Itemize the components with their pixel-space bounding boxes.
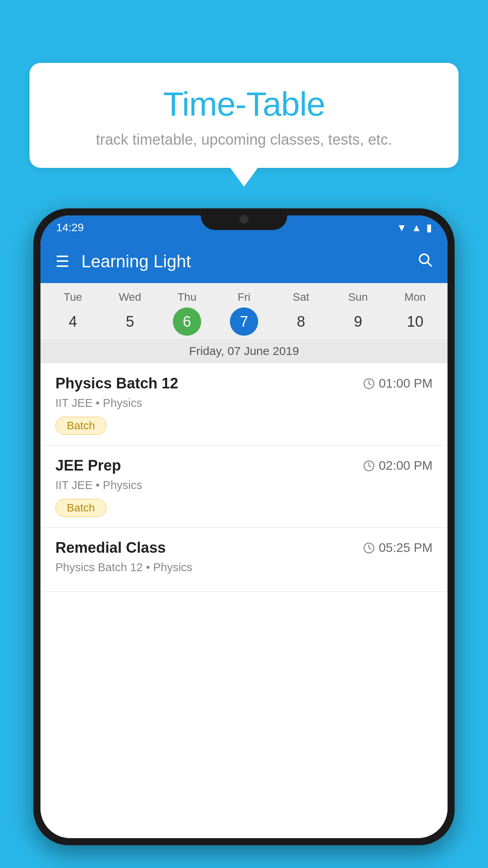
- status-icons: ▼ ▲ ▮: [397, 222, 432, 234]
- phone-notch: [201, 208, 287, 230]
- search-icon[interactable]: [417, 252, 433, 271]
- class-time: 01:00 PM: [363, 376, 433, 391]
- content-area: Physics Batch 12 01:00 PM IIT JEE • Phys…: [40, 363, 448, 838]
- app-bar: ☰ Learning Light: [40, 240, 448, 283]
- calendar-day[interactable]: Sun9: [332, 291, 383, 336]
- card-header: Remedial Class 05:25 PM: [55, 539, 433, 556]
- day-number: 7: [230, 307, 258, 336]
- days-row: Tue4Wed5Thu6Fri7Sat8Sun9Mon10: [40, 283, 448, 339]
- svg-line-1: [428, 263, 431, 266]
- calendar-strip: Tue4Wed5Thu6Fri7Sat8Sun9Mon10 Friday, 07…: [40, 283, 448, 363]
- day-number: 10: [401, 307, 429, 336]
- class-name: Physics Batch 12: [55, 375, 178, 392]
- clock-icon: [363, 378, 375, 390]
- phone-screen: 14:29 ▼ ▲ ▮ ☰ Learning Light: [40, 215, 448, 838]
- speech-bubble: Time-Table track timetable, upcoming cla…: [29, 63, 459, 168]
- class-name: Remedial Class: [55, 539, 166, 556]
- batch-badge: Batch: [55, 417, 106, 435]
- selected-date-label: Friday, 07 June 2019: [40, 339, 448, 363]
- day-label: Sat: [293, 291, 309, 303]
- card-header: Physics Batch 12 01:00 PM: [55, 375, 433, 392]
- signal-icon: ▲: [411, 222, 422, 234]
- day-label: Sun: [348, 291, 368, 303]
- battery-icon: ▮: [426, 222, 432, 234]
- calendar-day[interactable]: Wed5: [105, 291, 156, 336]
- hamburger-icon[interactable]: ☰: [55, 252, 70, 270]
- clock-icon: [363, 460, 375, 472]
- class-meta: Physics Batch 12 • Physics: [55, 561, 433, 574]
- phone-frame: 14:29 ▼ ▲ ▮ ☰ Learning Light: [33, 208, 455, 845]
- day-number: 9: [344, 307, 372, 336]
- class-card[interactable]: Physics Batch 12 01:00 PM IIT JEE • Phys…: [40, 363, 448, 445]
- bubble-subtitle: track timetable, upcoming classes, tests…: [53, 131, 435, 148]
- app-title: Learning Light: [81, 252, 417, 271]
- speech-bubble-container: Time-Table track timetable, upcoming cla…: [29, 63, 459, 168]
- camera-dot: [240, 215, 248, 224]
- day-number: 6: [173, 307, 201, 336]
- day-label: Tue: [64, 291, 82, 303]
- phone-container: 14:29 ▼ ▲ ▮ ☰ Learning Light: [33, 208, 455, 868]
- day-number: 4: [59, 307, 87, 336]
- batch-badge: Batch: [55, 499, 106, 517]
- day-label: Fri: [238, 291, 251, 303]
- day-label: Thu: [178, 291, 196, 303]
- bubble-title: Time-Table: [53, 85, 435, 123]
- status-time: 14:29: [56, 221, 84, 234]
- card-header: JEE Prep 02:00 PM: [55, 457, 433, 474]
- class-time: 02:00 PM: [363, 458, 433, 473]
- calendar-day[interactable]: Mon10: [389, 291, 440, 336]
- clock-icon: [363, 542, 375, 554]
- class-meta: IIT JEE • Physics: [55, 397, 433, 410]
- wifi-icon: ▼: [397, 222, 407, 234]
- calendar-day[interactable]: Tue4: [48, 291, 99, 336]
- class-meta: IIT JEE • Physics: [55, 479, 433, 492]
- class-card[interactable]: Remedial Class 05:25 PM Physics Batch 12…: [40, 528, 448, 592]
- class-time: 05:25 PM: [363, 541, 433, 555]
- day-number: 5: [116, 307, 144, 336]
- calendar-day[interactable]: Fri7: [218, 291, 270, 336]
- class-card[interactable]: JEE Prep 02:00 PM IIT JEE • Physics Batc…: [40, 445, 448, 528]
- class-name: JEE Prep: [55, 457, 121, 474]
- calendar-day[interactable]: Sat8: [275, 291, 327, 336]
- day-label: Mon: [404, 291, 426, 303]
- day-number: 8: [287, 307, 315, 336]
- calendar-day[interactable]: Thu6: [161, 291, 213, 336]
- day-label: Wed: [119, 291, 141, 303]
